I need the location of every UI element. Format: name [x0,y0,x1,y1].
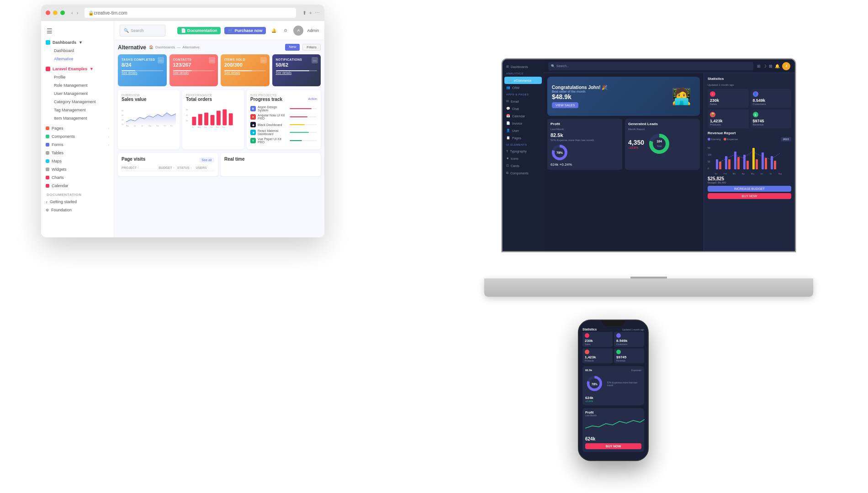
progress-bar-track [290,108,317,109]
l-sidebar-components[interactable]: ⧉ Components [503,169,544,177]
maximize-dot[interactable] [60,10,65,15]
sidebar-item-foundation[interactable]: ⚙ Foundation [41,206,114,214]
l-translate-icon[interactable]: ⊞ [757,64,761,68]
sidebar-section-dashboards: Dashboards ▼ Dashboard Alternative [41,38,114,63]
sidebar-item-user[interactable]: User Management [50,89,114,98]
l-sidebar-cards[interactable]: ⊡ Cards [503,162,544,169]
sidebar-item-calendar[interactable]: Calendar [41,182,114,190]
sidebar-item-alternative[interactable]: Alternative [50,55,114,63]
sidebar-item-pages[interactable]: Pages › [41,124,114,132]
laptop-topbar: 🔍 Search... ⊞ ☽ ⊠ 🔔 J [544,59,795,73]
revenue-report-title: Revenue Report [708,131,791,135]
revenue-amount: $25,825 [708,176,791,181]
laptop-base [484,278,813,297]
sidebar-item-tag[interactable]: Tag Management [50,106,114,114]
trend-icon: ↑ [712,93,714,96]
sidebar-item-charts[interactable]: Charts [41,173,114,182]
sidebar-item-category[interactable]: Category Management [50,98,114,106]
sidebar-item-widgets[interactable]: Widgets [41,165,114,173]
documentation-button[interactable]: 📄 Documentation [177,27,221,34]
svg-text:Nov: Nov [216,126,219,128]
l-grid-icon[interactable]: ⊠ [769,64,773,68]
l-sidebar-user[interactable]: 👤 User [503,127,544,134]
breadcrumb: 🏠 Dashboards — Alternative [149,45,200,49]
charts-icon [46,176,49,179]
laptop-search[interactable]: 🔍 Search... [548,62,753,70]
vue-icon: V [250,138,256,143]
sidebar-item-forms[interactable]: Forms › [41,141,114,149]
sidebar-item-maps[interactable]: Maps [41,157,114,165]
hamburger-icon[interactable]: ☰ [41,26,114,38]
l-sidebar-calendar[interactable]: 📅 Calendar [503,112,544,120]
charts-row: Overview Sales value 50 4 [118,90,321,149]
svg-text:10: 10 [186,120,188,122]
add-tab-icon[interactable]: + [309,10,312,16]
dashboard-label: Dashboard [54,48,74,53]
l-sidebar-email[interactable]: ✉ Email [503,98,544,105]
l-sidebar-icons[interactable]: ★ Icons [503,155,544,162]
sidebar-item-components[interactable]: Components › [41,132,114,141]
avatar[interactable]: A [293,26,303,36]
list-item: ◆ Black Dashboard [250,122,317,127]
settings-icon[interactable]: ⚙ [281,26,290,35]
svg-text:Oct: Oct [210,126,213,128]
progress-header-left: 5/2x Projects Progress track [250,94,282,104]
sidebar-item-tables[interactable]: Tables [41,149,114,157]
l-sidebar-pages[interactable]: 📋 Pages [503,134,544,142]
progress-bar-track-4 [290,132,317,133]
sidebar-item-dashboards[interactable]: Dashboards ▼ [41,38,114,47]
revenue-bar-chart: 50 100 50 0 [708,143,792,175]
sidebar-item-dashboard[interactable]: Dashboard [50,47,114,55]
l-sidebar-dashboards[interactable]: ⊞ Dashboards [503,63,544,70]
r-stat-products: 📦 1,423k Products [708,110,749,128]
l-sidebar-invoice[interactable]: 📄 Invoice [503,120,544,127]
notifications-icon[interactable]: 🔔 [270,26,278,35]
sidebar-item-item[interactable]: Item Management [50,114,114,122]
forward-icon[interactable]: › [77,10,79,16]
view-sales-button[interactable]: VIEW SALES [552,102,578,108]
maps-icon [46,159,49,163]
buy-now-button[interactable]: BUY NOW [708,193,791,199]
l-sidebar-ecommerce[interactable]: 🛒 eCommerce [504,77,542,84]
share-icon[interactable]: ⬆ [302,10,307,16]
year-selector[interactable]: 2022 [781,137,791,142]
l-bell-icon[interactable]: 🔔 [775,64,780,68]
phone-buy-now-button[interactable]: BUY NOW [585,443,641,449]
new-button[interactable]: New [285,44,300,51]
search-box[interactable]: 🔍 Search [120,25,165,37]
expense-legend: Expense [724,138,738,141]
more-icon[interactable]: ⋯ [315,10,320,16]
sidebar-item-laravel[interactable]: Laravel Examples ▼ [41,65,114,73]
purchase-button[interactable]: 🛒 Purchase now [224,27,266,34]
breadcrumb-separator: — [177,45,180,49]
comp-icon: ⧉ [506,171,508,175]
see-all-button[interactable]: See all [199,157,214,163]
phone-donut-chart: 78% [585,373,604,394]
stat-card-notifications: — Notifications 50/62 See details [272,54,321,86]
minimize-dot[interactable] [53,10,58,15]
laptop-wrapper: ⊞ Dashboards Analytics 🛒 eCommerce 👥 CRM… [484,59,813,297]
filters-button[interactable]: Filters [302,44,321,51]
laptop-ui: ⊞ Dashboards Analytics 🛒 eCommerce 👥 CRM… [503,59,795,251]
forms-icon [46,143,49,147]
svg-text:Total: Total [657,145,662,147]
l-sidebar-chat[interactable]: 💬 Chat [503,105,544,112]
action-button[interactable]: Action [308,97,317,100]
sidebar-item-profile[interactable]: Profile [50,73,114,81]
pages-icon: 📋 [506,136,510,140]
laptop-avatar[interactable]: J [782,62,790,70]
real-time-header: Real time [224,157,317,163]
close-dot[interactable] [46,10,50,15]
increase-budget-button[interactable]: INCREASE BUDGET [708,186,791,192]
address-bar[interactable]: 🔒 creative-tim.com [85,8,296,18]
sidebar-item-getting-started[interactable]: ♪ Getting started [41,198,114,206]
svg-rect-39 [719,162,721,169]
l-sidebar-crm[interactable]: 👥 CRM [503,84,544,91]
ui-elements-label: UI Elements [503,142,544,148]
svg-rect-46 [752,148,755,169]
l-sidebar-typography[interactable]: T Typography [503,148,544,155]
forms-chevron-icon: › [108,143,109,147]
sidebar-item-role[interactable]: Role Management [50,81,114,89]
back-icon[interactable]: ‹ [71,10,73,16]
l-theme-icon[interactable]: ☽ [763,64,767,68]
